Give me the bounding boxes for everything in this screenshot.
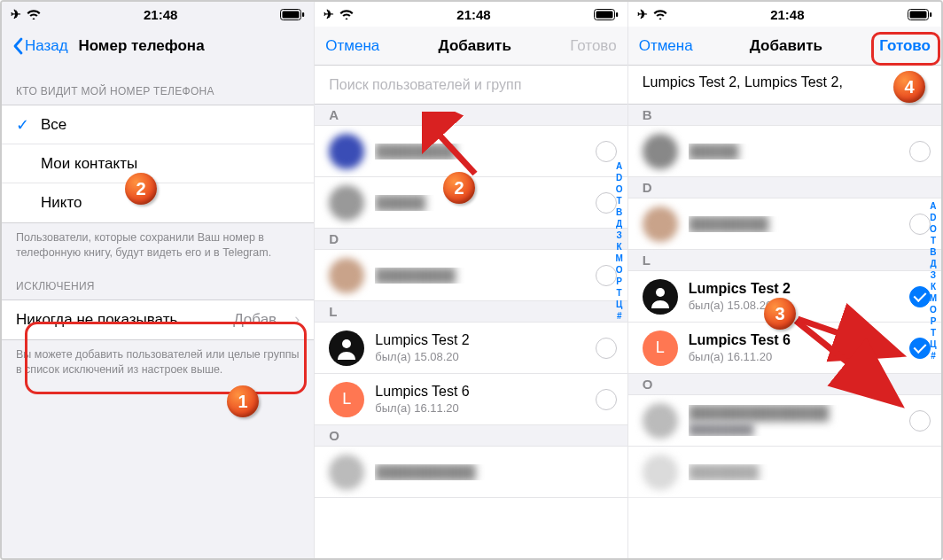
option-label: Мои контакты — [41, 155, 300, 173]
select-radio[interactable] — [909, 141, 931, 162]
selected-tokens: Lumpics Test 2, Lumpics Test 2, — [643, 74, 843, 89]
step-badge-4: 4 — [893, 71, 925, 103]
svg-point-6 — [342, 339, 351, 348]
section-header-exceptions: ИСКЛЮЧЕНИЯ — [2, 261, 314, 299]
step-badge-2: 2 — [443, 172, 475, 204]
section-o: O — [628, 374, 941, 395]
contact-sub: был(а) 16.11.20 — [689, 350, 909, 363]
contact-name: Lumpics Test 2 — [375, 332, 595, 348]
cell-value: Добав... — [233, 311, 289, 329]
contact-row[interactable]: ███████ — [628, 447, 941, 498]
contact-sub: был(а) 15.08.20 — [375, 350, 595, 363]
svg-rect-9 — [930, 12, 931, 17]
nav-title: Добавить — [750, 37, 822, 55]
nav-title: Номер телефона — [78, 37, 204, 55]
status-bar: ✈ 21:48 — [315, 2, 627, 27]
wifi-icon — [653, 9, 667, 19]
select-radio[interactable] — [596, 389, 617, 410]
cancel-button[interactable]: Отмена — [325, 37, 379, 55]
option-all[interactable]: ✓ Все — [2, 105, 314, 144]
svg-rect-4 — [596, 11, 612, 18]
screen-phone-privacy: ✈ 21:48 Назад Номер телефона КТО ВИДИТ М… — [2, 2, 315, 558]
avatar: L — [643, 331, 678, 366]
status-time: 21:48 — [456, 7, 490, 22]
contact-name: Lumpics Test 2 — [689, 281, 909, 297]
option-label: Все — [41, 116, 300, 134]
airplane-icon: ✈ — [11, 7, 21, 21]
wifi-icon — [27, 9, 41, 19]
back-label: Назад — [25, 37, 68, 55]
select-radio[interactable] — [909, 410, 931, 432]
screen-add-exceptions-empty: ✈ 21:48 Отмена Добавить Готово Поиск пол… — [315, 2, 627, 558]
chevron-right-icon: › — [294, 310, 300, 329]
section-footer-who: Пользователи, которые сохранили Ваш номе… — [2, 223, 314, 261]
option-my-contacts[interactable]: Мои контакты — [2, 144, 314, 183]
cancel-button[interactable]: Отмена — [639, 37, 693, 55]
svg-point-10 — [656, 288, 665, 297]
contact-sub: был(а) 16.11.20 — [375, 401, 595, 415]
battery-icon — [280, 9, 305, 20]
airplane-icon: ✈ — [637, 7, 648, 21]
never-show-cell[interactable]: Никогда не показывать Добав... › — [2, 300, 314, 339]
done-button[interactable]: Готово — [570, 37, 617, 55]
section-b: B — [628, 105, 941, 126]
who-sees-group: ✓ Все Мои контакты Никто — [2, 105, 314, 223]
index-bar[interactable]: ADOTВДЗКМОРТЦ# — [927, 201, 939, 361]
svg-rect-2 — [302, 12, 304, 17]
cell-label: Никогда не показывать — [16, 311, 233, 329]
airplane-icon: ✈ — [323, 7, 334, 21]
contact-row[interactable]: ██████████████████████ — [628, 395, 941, 447]
section-l: L — [628, 250, 941, 271]
status-time: 21:48 — [144, 7, 177, 22]
section-l: L — [315, 301, 627, 323]
contact-sub: был(а) 15.08.20 — [689, 299, 909, 312]
contact-row-lumpics-6[interactable]: L Lumpics Test 6 был(а) 16.11.20 — [628, 323, 941, 374]
svg-rect-5 — [616, 12, 618, 17]
chevron-left-icon — [12, 37, 23, 55]
nav-bar: Отмена Добавить Готово — [628, 27, 941, 66]
option-label: Никто — [41, 194, 300, 212]
battery-icon — [908, 9, 932, 20]
nav-bar: Отмена Добавить Готово — [315, 27, 627, 66]
avatar: L — [329, 382, 364, 417]
contact-row-lumpics-6[interactable]: L Lumpics Test 6 был(а) 16.11.20 — [315, 374, 627, 425]
nav-title: Добавить — [439, 37, 511, 55]
contact-name: Lumpics Test 6 — [689, 332, 909, 348]
contact-row[interactable]: █████ — [628, 126, 941, 177]
nav-bar: Назад Номер телефона — [2, 27, 314, 66]
contact-row[interactable]: ██████████ — [315, 447, 627, 498]
contact-row-lumpics-2[interactable]: Lumpics Test 2 был(а) 15.08.20 — [315, 323, 627, 374]
avatar — [329, 331, 364, 366]
status-time: 21:48 — [770, 7, 804, 22]
step-badge-3: 3 — [764, 298, 796, 330]
section-o: O — [315, 425, 627, 447]
section-d: D — [315, 229, 627, 250]
back-button[interactable]: Назад — [12, 37, 68, 55]
contact-name: Lumpics Test 6 — [375, 384, 595, 400]
status-bar: ✈ 21:48 — [628, 2, 941, 27]
person-icon — [648, 284, 673, 309]
section-header-who: КТО ВИДИТ МОЙ НОМЕР ТЕЛЕФОНА — [2, 66, 314, 105]
section-d: D — [628, 177, 941, 198]
index-bar[interactable]: ADOTВДЗКМОРТЦ# — [613, 161, 626, 321]
done-button[interactable]: Готово — [879, 37, 931, 55]
select-radio[interactable] — [596, 338, 617, 359]
section-footer-exceptions: Вы можете добавить пользователей или цел… — [2, 340, 314, 377]
battery-icon — [594, 9, 619, 20]
contact-row[interactable]: ████████ — [315, 126, 627, 177]
exceptions-group: Никогда не показывать Добав... › — [2, 299, 314, 340]
wifi-icon — [339, 9, 354, 19]
search-input[interactable]: Поиск пользователей и групп — [315, 66, 627, 105]
status-bar: ✈ 21:48 — [2, 2, 314, 27]
checkmark-icon: ✓ — [16, 115, 41, 135]
svg-rect-8 — [909, 11, 926, 18]
person-icon — [334, 336, 359, 361]
section-a: A — [315, 105, 627, 126]
select-radio[interactable] — [596, 141, 617, 162]
contact-row[interactable]: ████████ — [628, 198, 941, 250]
contact-row[interactable]: ████████ — [315, 250, 627, 301]
avatar — [643, 279, 678, 315]
search-placeholder: Поиск пользователей и групп — [329, 77, 521, 93]
svg-rect-1 — [283, 11, 300, 18]
option-nobody[interactable]: Никто — [2, 183, 314, 222]
